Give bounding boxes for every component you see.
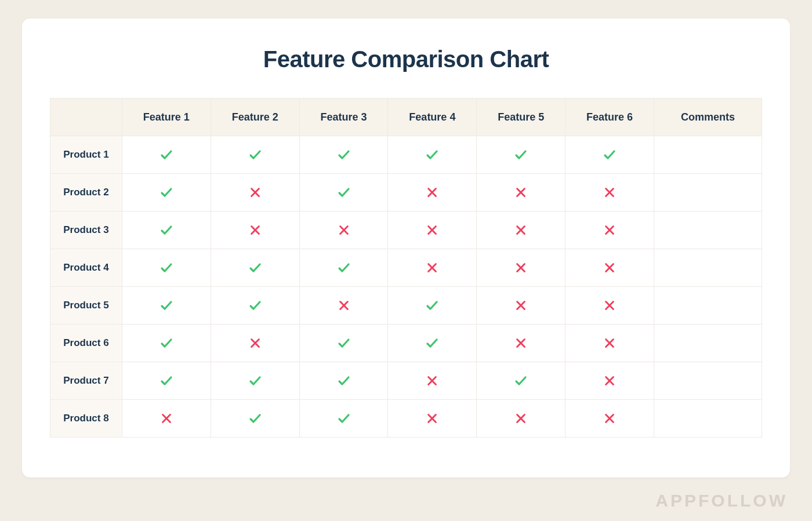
comments-cell <box>654 400 762 438</box>
check-icon <box>425 299 439 310</box>
table-row: Product 4 <box>50 249 762 287</box>
comparison-table-body: Product 1Product 2Product 3Product 4Prod… <box>50 136 762 438</box>
cross-icon <box>249 224 262 235</box>
cross-icon <box>426 412 438 423</box>
check-icon <box>337 261 351 272</box>
comments-cell <box>654 174 762 212</box>
table-row: Product 1 <box>50 136 762 174</box>
feature-cell <box>211 249 299 287</box>
cross-icon <box>249 337 262 348</box>
feature-cell <box>299 136 388 174</box>
feature-cell <box>299 212 388 249</box>
feature-cell <box>299 400 388 438</box>
comparison-card: Feature Comparison Chart Feature 1 Featu… <box>22 19 790 478</box>
row-header: Product 6 <box>50 325 122 362</box>
col-header-feature-6: Feature 6 <box>566 99 654 136</box>
check-icon <box>248 412 262 423</box>
feature-cell <box>211 325 299 362</box>
check-icon <box>160 186 173 197</box>
cross-icon <box>603 299 616 310</box>
feature-cell <box>566 136 654 174</box>
feature-cell <box>122 174 211 212</box>
col-header-feature-5: Feature 5 <box>477 99 566 136</box>
feature-cell <box>566 249 654 287</box>
feature-cell <box>477 212 566 249</box>
cross-icon <box>514 299 527 310</box>
feature-cell <box>122 249 211 287</box>
feature-cell <box>388 136 477 174</box>
feature-cell <box>211 136 299 174</box>
feature-cell <box>477 287 566 325</box>
cross-icon <box>514 261 527 272</box>
feature-cell <box>388 249 477 287</box>
comments-cell <box>654 362 762 400</box>
row-header: Product 4 <box>50 249 122 287</box>
comments-cell <box>654 325 762 362</box>
feature-cell <box>122 325 211 362</box>
cross-icon <box>249 186 262 197</box>
check-icon <box>603 148 617 159</box>
feature-cell <box>122 400 211 438</box>
feature-cell <box>477 136 566 174</box>
check-icon <box>425 148 439 159</box>
cross-icon <box>603 337 616 348</box>
feature-cell <box>477 400 566 438</box>
feature-cell <box>299 249 388 287</box>
check-icon <box>337 337 351 348</box>
col-header-feature-1: Feature 1 <box>122 99 211 136</box>
feature-cell <box>566 287 654 325</box>
feature-cell <box>477 362 566 400</box>
feature-cell <box>122 362 211 400</box>
feature-cell <box>388 174 477 212</box>
check-icon <box>248 374 262 385</box>
feature-cell <box>299 325 388 362</box>
check-icon <box>337 374 351 385</box>
feature-cell <box>299 362 388 400</box>
feature-cell <box>388 400 477 438</box>
feature-cell <box>299 287 388 325</box>
row-header: Product 5 <box>50 287 122 325</box>
feature-cell <box>566 400 654 438</box>
check-icon <box>425 337 439 348</box>
comparison-table: Feature 1 Feature 2 Feature 3 Feature 4 … <box>50 98 762 438</box>
feature-cell <box>211 287 299 325</box>
feature-cell <box>477 325 566 362</box>
comparison-table-wrap: Feature 1 Feature 2 Feature 3 Feature 4 … <box>50 98 762 438</box>
feature-cell <box>477 249 566 287</box>
check-icon <box>160 299 173 310</box>
check-icon <box>337 412 351 423</box>
table-header-row: Feature 1 Feature 2 Feature 3 Feature 4 … <box>50 99 762 136</box>
table-row: Product 3 <box>50 212 762 249</box>
cross-icon <box>603 261 616 272</box>
feature-cell <box>211 362 299 400</box>
cross-icon <box>514 337 527 348</box>
check-icon <box>248 299 262 310</box>
feature-cell <box>122 212 211 249</box>
cross-icon <box>160 412 173 423</box>
row-header: Product 1 <box>50 136 122 174</box>
brand-watermark: APPFOLLOW <box>655 491 788 511</box>
row-header: Product 8 <box>50 400 122 438</box>
table-row: Product 8 <box>50 400 762 438</box>
check-icon <box>514 374 528 385</box>
comments-cell <box>654 249 762 287</box>
cross-icon <box>603 186 616 197</box>
cross-icon <box>514 412 527 423</box>
row-header: Product 3 <box>50 212 122 249</box>
table-row: Product 2 <box>50 174 762 212</box>
check-icon <box>160 148 173 159</box>
cross-icon <box>426 224 438 235</box>
table-row: Product 6 <box>50 325 762 362</box>
feature-cell <box>477 174 566 212</box>
check-icon <box>160 224 173 235</box>
feature-cell <box>122 287 211 325</box>
check-icon <box>337 186 351 197</box>
cross-icon <box>514 224 527 235</box>
feature-cell <box>388 287 477 325</box>
col-header-feature-3: Feature 3 <box>299 99 388 136</box>
check-icon <box>160 337 173 348</box>
check-icon <box>248 261 262 272</box>
feature-cell <box>388 362 477 400</box>
col-header-feature-4: Feature 4 <box>388 99 477 136</box>
feature-cell <box>211 174 299 212</box>
